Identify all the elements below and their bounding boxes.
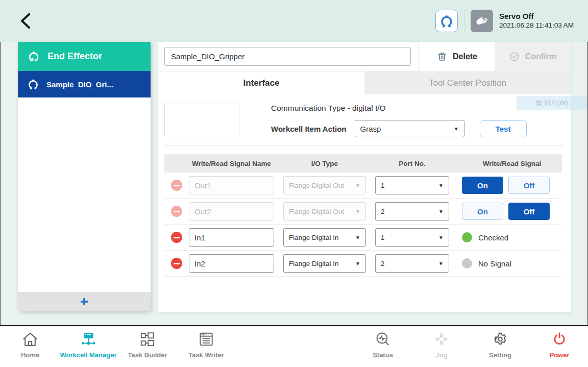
topbar-divider [464,10,464,32]
action-select-value: Grasp [360,125,381,133]
table-row: Flange Digital Out▼ 2▼ On Off [164,199,562,225]
action-select[interactable]: Grasp ▼ [355,120,464,137]
workcell-item-action-label: Workcell Item Action [271,125,347,133]
nav-label: Task Writer [188,351,224,359]
delete-label: Delete [453,52,477,61]
top-bar: Servo Off 2021.06.28 11:41:03 AM [0,0,588,42]
setting-icon [492,330,509,349]
chevron-down-icon: ▼ [438,209,444,214]
workcell-sidebar: End Effector Sample_DIO_Gri... [18,42,151,311]
nav-jog[interactable]: Jog [408,330,475,359]
end-effector-detail-panel: Delete Confirm Interface Tool Center Pos… [158,42,571,312]
section-divider [164,145,565,146]
nav-workcell-manager[interactable]: Workcell Manager [55,330,121,359]
tab-interface[interactable]: Interface [158,71,364,94]
detail-tabs: Interface Tool Center Position [158,71,571,94]
remove-row-icon[interactable] [171,258,182,269]
signal-name-input[interactable] [189,254,274,273]
port-no-value: 1 [381,234,385,241]
io-type-value: Flange Digital Out [289,182,344,189]
jog-icon [433,330,450,349]
add-workcell-item-button[interactable] [18,292,151,311]
chevron-down-icon: ▼ [355,183,360,188]
table-row: Flange Digital In▼ 1▼ Checked [164,225,562,251]
end-effector-icon [27,50,40,63]
col-header-signal-name: Write/Read Signal Name [189,160,274,167]
io-type-select[interactable]: Flange Digital Out▼ [283,202,366,221]
nav-label: Workcell Manager [60,351,116,359]
delete-button[interactable]: Delete [419,42,495,71]
nav-task-builder[interactable]: Task Builder [114,330,181,359]
port-no-select[interactable]: 1▼ [375,176,449,194]
manual-mode-button[interactable] [471,10,493,32]
task-builder-icon [139,330,156,349]
gripper-icon [439,14,454,28]
home-icon [21,330,39,349]
tab-tool-center-position[interactable]: Tool Center Position [364,71,571,94]
port-no-select[interactable]: 2▼ [375,202,449,221]
status-icon [374,330,391,349]
remove-row-icon[interactable] [171,232,182,243]
io-type-select[interactable]: Flange Digital In▼ [283,228,366,247]
nav-label: Home [21,351,39,359]
port-no-value: 2 [381,208,385,215]
nav-power[interactable]: Power [526,330,588,359]
remove-row-icon[interactable] [171,206,182,217]
check-circle-icon [509,51,520,62]
trash-icon [436,51,448,62]
workcell-manager-screen: Servo Off 2021.06.28 11:41:03 AM End Eff… [0,0,588,367]
signal-off-button[interactable]: Off [508,177,550,194]
signal-status-green-dot [462,232,472,242]
end-effector-quick-button[interactable] [435,10,458,32]
remove-row-icon[interactable] [171,180,182,191]
gripper-item-icon [27,78,39,90]
test-button[interactable]: Test [480,120,527,137]
chevron-down-icon: ▼ [355,209,360,214]
nav-label: Status [373,351,393,359]
signal-on-button[interactable]: On [462,177,503,194]
item-image-placeholder [164,103,239,136]
chevron-down-icon: ▼ [438,261,444,266]
robot-status-block: Servo Off 2021.06.28 11:41:03 AM [499,12,574,30]
col-header-write-read-signal: Write/Read Signal [462,160,562,167]
back-button[interactable] [15,10,37,32]
io-type-select[interactable]: Flange Digital In▼ [283,254,366,273]
task-writer-icon [198,330,215,349]
sidebar-category-label: End Effector [47,51,102,62]
sidebar-item-label: Sample_DIO_Gri... [46,80,113,89]
chevron-down-icon: ▼ [355,235,360,240]
nav-setting[interactable]: Setting [467,330,533,359]
item-name-input[interactable] [164,47,411,66]
chevron-down-icon: ▼ [438,235,444,240]
port-no-value: 1 [381,182,385,189]
nav-task-writer[interactable]: Task Writer [173,330,239,359]
col-header-io-type: I/O Type [283,160,366,167]
signal-status-label: No Signal [478,259,511,268]
workcell-manager-icon [80,330,97,349]
signal-off-button[interactable]: Off [508,203,550,220]
signal-on-button[interactable]: On [462,203,503,220]
io-type-select[interactable]: Flange Digital Out▼ [283,176,366,194]
nav-home[interactable]: Home [0,330,63,359]
col-header-port-no: Port No. [375,160,449,167]
sidebar-item-sample-dio-gripper[interactable]: Sample_DIO_Gri... [18,71,151,97]
table-header-row: Write/Read Signal Name I/O Type Port No.… [164,154,562,173]
io-type-value: Flange Digital Out [289,208,344,215]
servo-status-text: Servo Off [499,12,574,21]
io-signal-table: Write/Read Signal Name I/O Type Port No.… [164,154,562,277]
sidebar-category-end-effector[interactable]: End Effector [18,42,151,71]
nav-status[interactable]: Status [350,330,416,359]
port-no-select[interactable]: 2▼ [375,254,449,273]
table-row: Flange Digital In▼ 2▼ No Signal [164,251,562,277]
chevron-down-icon: ▼ [355,261,360,266]
confirm-label: Confirm [525,52,556,61]
chevron-down-icon: ▼ [438,183,444,188]
interface-info-section: Communication Type - digital I/O Workcel… [158,94,571,143]
chevron-down-icon: ▼ [454,126,459,132]
signal-name-input[interactable] [189,176,274,194]
confirm-button[interactable]: Confirm [495,42,571,71]
signal-name-input[interactable] [189,228,274,247]
port-no-select[interactable]: 1▼ [375,228,449,247]
signal-name-input[interactable] [189,202,274,221]
hand-icon [474,13,489,29]
